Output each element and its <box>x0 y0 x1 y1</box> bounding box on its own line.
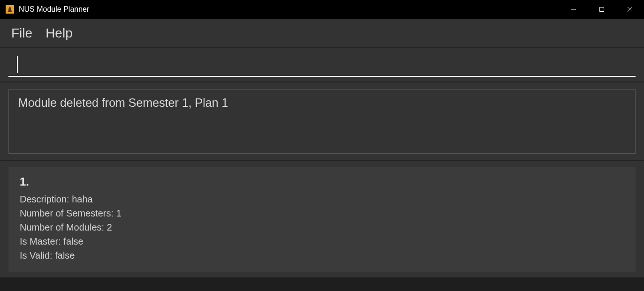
plan-card[interactable]: 1. Description: haha Number of Semesters… <box>8 167 636 272</box>
command-area <box>0 48 644 82</box>
minimize-button[interactable] <box>560 0 588 19</box>
command-input-wrap[interactable] <box>8 56 636 77</box>
plan-master-value: false <box>63 236 83 246</box>
menu-help[interactable]: Help <box>45 26 73 41</box>
menu-file[interactable]: File <box>11 26 32 41</box>
plan-index: 1. <box>20 175 624 188</box>
titlebar: NUS Module Planner <box>0 0 644 19</box>
close-icon <box>627 7 633 12</box>
plan-modules: Number of Modules: 2 <box>20 220 624 234</box>
plan-modules-value: 2 <box>107 222 112 232</box>
plan-modules-label: Number of Modules: <box>20 222 107 232</box>
maximize-icon <box>599 7 605 12</box>
plan-description: Description: haha <box>20 192 624 206</box>
window-controls <box>560 0 644 19</box>
plan-valid-value: false <box>55 250 75 261</box>
app-title: NUS Module Planner <box>19 5 89 14</box>
message-area: Module deleted from Semester 1, Plan 1 <box>0 82 644 161</box>
app-icon <box>6 5 14 14</box>
plan-description-value: haha <box>72 194 93 204</box>
content-area: 1. Description: haha Number of Semesters… <box>0 161 644 277</box>
message-text: Module deleted from Semester 1, Plan 1 <box>18 96 626 110</box>
plan-master-label: Is Master: <box>20 236 63 246</box>
plan-semesters-label: Number of Semesters: <box>20 208 116 218</box>
plan-semesters: Number of Semesters: 1 <box>20 206 624 220</box>
titlebar-left: NUS Module Planner <box>6 5 89 14</box>
plan-valid-label: Is Valid: <box>20 250 55 261</box>
maximize-button[interactable] <box>588 0 616 19</box>
message-box: Module deleted from Semester 1, Plan 1 <box>8 89 636 154</box>
menubar: File Help <box>0 19 644 48</box>
plan-master: Is Master: false <box>20 234 624 248</box>
plan-valid: Is Valid: false <box>20 248 624 262</box>
minimize-icon <box>571 7 576 12</box>
close-button[interactable] <box>616 0 644 19</box>
svg-rect-1 <box>600 7 604 12</box>
plan-semesters-value: 1 <box>116 208 121 218</box>
plan-description-label: Description: <box>20 194 72 204</box>
